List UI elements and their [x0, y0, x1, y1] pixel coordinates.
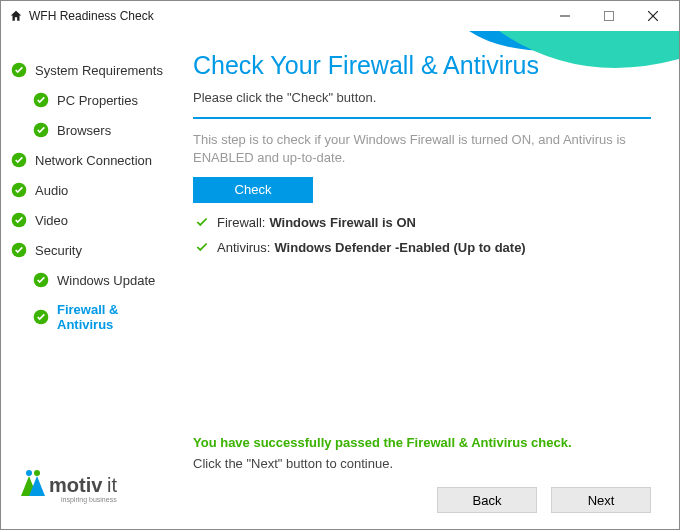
- sidebar-item-network-connection[interactable]: Network Connection: [11, 145, 175, 175]
- sidebar-item-label: Video: [35, 213, 68, 228]
- back-button[interactable]: Back: [437, 487, 537, 513]
- svg-point-13: [26, 470, 32, 476]
- check-circle-icon: [33, 272, 49, 288]
- sidebar-item-system-requirements[interactable]: System Requirements: [11, 55, 175, 85]
- maximize-button[interactable]: [587, 1, 631, 31]
- step-description: This step is to check if your Windows Fi…: [193, 131, 651, 167]
- check-circle-icon: [11, 62, 27, 78]
- home-icon: [9, 9, 23, 23]
- logo: motiv it inspiring business: [11, 462, 175, 521]
- firewall-label: Firewall:: [217, 215, 265, 230]
- svg-text:motiv: motiv: [49, 474, 103, 496]
- sidebar-item-label: Security: [35, 243, 82, 258]
- check-circle-icon: [11, 152, 27, 168]
- page-heading: Check Your Firewall & Antivirus: [193, 51, 651, 80]
- check-circle-icon: [11, 212, 27, 228]
- check-circle-icon: [33, 309, 49, 325]
- check-circle-icon: [11, 242, 27, 258]
- firewall-result: Firewall: Windows Firewall is ON: [193, 215, 651, 230]
- close-button[interactable]: [631, 1, 675, 31]
- check-circle-icon: [33, 122, 49, 138]
- svg-point-14: [34, 470, 40, 476]
- svg-text:inspiring business: inspiring business: [61, 496, 117, 504]
- sidebar-item-label: PC Properties: [57, 93, 138, 108]
- app-window: WFH Readiness Check System Requirements …: [0, 0, 680, 530]
- svg-rect-1: [605, 12, 614, 21]
- sidebar: System Requirements PC Properties Browse…: [1, 31, 179, 529]
- check-circle-icon: [33, 92, 49, 108]
- sidebar-item-label: Firewall & Antivirus: [57, 302, 175, 332]
- window-title: WFH Readiness Check: [29, 9, 154, 23]
- antivirus-label: Antivirus:: [217, 240, 270, 255]
- antivirus-result: Antivirus: Windows Defender -Enabled (Up…: [193, 240, 651, 255]
- success-message: You have successfully passed the Firewal…: [193, 435, 651, 450]
- sidebar-item-label: Audio: [35, 183, 68, 198]
- sidebar-item-label: Network Connection: [35, 153, 152, 168]
- next-hint: Click the "Next" button to continue.: [193, 456, 651, 471]
- firewall-value: Windows Firewall is ON: [269, 215, 416, 230]
- sidebar-item-windows-update[interactable]: Windows Update: [11, 265, 175, 295]
- main-panel: Check Your Firewall & Antivirus Please c…: [179, 31, 679, 529]
- sidebar-item-pc-properties[interactable]: PC Properties: [11, 85, 175, 115]
- sidebar-item-audio[interactable]: Audio: [11, 175, 175, 205]
- sidebar-item-firewall-antivirus[interactable]: Firewall & Antivirus: [11, 295, 175, 339]
- sidebar-item-label: Browsers: [57, 123, 111, 138]
- antivirus-value: Windows Defender -Enabled (Up to date): [274, 240, 525, 255]
- divider: [193, 117, 651, 119]
- minimize-button[interactable]: [543, 1, 587, 31]
- svg-text:it: it: [107, 474, 117, 496]
- sidebar-item-label: System Requirements: [35, 63, 163, 78]
- check-circle-icon: [11, 182, 27, 198]
- sidebar-item-browsers[interactable]: Browsers: [11, 115, 175, 145]
- sidebar-item-label: Windows Update: [57, 273, 155, 288]
- sidebar-item-security[interactable]: Security: [11, 235, 175, 265]
- next-button[interactable]: Next: [551, 487, 651, 513]
- titlebar: WFH Readiness Check: [1, 1, 679, 31]
- page-subtitle: Please click the "Check" button.: [193, 90, 651, 105]
- sidebar-item-video[interactable]: Video: [11, 205, 175, 235]
- check-button[interactable]: Check: [193, 177, 313, 203]
- check-icon: [195, 215, 209, 229]
- check-icon: [195, 240, 209, 254]
